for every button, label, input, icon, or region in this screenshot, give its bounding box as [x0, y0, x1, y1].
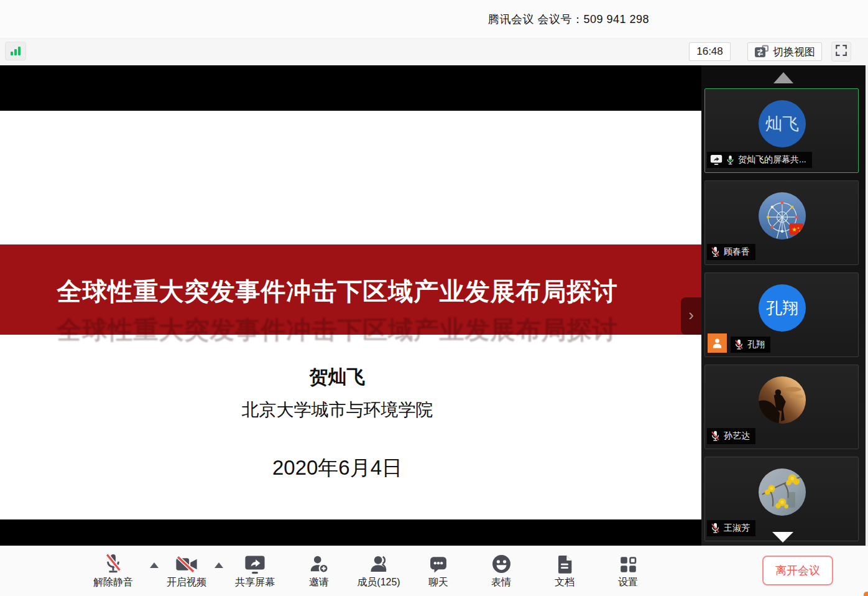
svg-text:★: ★ [799, 230, 801, 233]
unmute-button[interactable]: 解除静音 [83, 551, 143, 589]
participant-label: 顾春香 [707, 244, 755, 260]
settings-icon [598, 551, 658, 574]
chat-icon [409, 551, 468, 574]
slide-title-banner: 全球性重大突发事件冲击下区域产业发展布局探讨 全球性重大突发事件冲击下区域产业发… [0, 244, 701, 335]
avatar: 灿飞 [759, 100, 806, 147]
members-icon [349, 551, 409, 574]
window-title-bar: 腾讯会议 会议号：509 941 298 [0, 0, 868, 39]
mic-muted-icon [710, 523, 721, 534]
scroll-up-icon[interactable] [773, 72, 793, 83]
mic-muted-icon [83, 551, 143, 574]
switch-view-icon [754, 45, 769, 58]
slide-date: 2020年6月4日 [0, 454, 675, 482]
share-screen-button[interactable]: 共享屏幕 [225, 551, 285, 589]
screen-share-icon [710, 154, 723, 165]
network-signal-icon[interactable] [5, 42, 26, 60]
mic-muted-icon [710, 246, 721, 258]
participant-tile-guchunxiang[interactable]: ★ ★ ★ [704, 180, 859, 265]
share-screen-icon [225, 551, 285, 574]
meeting-id-title: 腾讯会议 会议号：509 941 298 [488, 12, 649, 27]
mic-on-icon [726, 155, 735, 165]
video-options-caret[interactable] [215, 562, 223, 568]
emoji-icon [471, 551, 531, 574]
document-icon [535, 551, 594, 574]
top-toolbar: 16:48 切换视图 [0, 39, 868, 65]
invite-icon [289, 551, 349, 574]
mic-muted-icon [710, 431, 721, 442]
window-edge [866, 65, 868, 546]
meeting-timer: 16:48 [689, 42, 731, 61]
slide-presenter: 贺灿飞 [0, 365, 675, 390]
chevron-right-icon: › [688, 307, 694, 325]
switch-view-label: 切换视图 [773, 45, 815, 59]
participant-label: 孔翔 [731, 337, 770, 353]
flag-badge: ★ ★ ★ [789, 223, 803, 235]
scroll-down-icon[interactable] [772, 532, 793, 542]
slide-title: 全球性重大突发事件冲击下区域产业发展布局探讨 [0, 274, 675, 309]
slide-title-reflection: 全球性重大突发事件冲击下区域产业发展布局探讨 [0, 313, 675, 347]
chat-button[interactable]: 聊天 [409, 551, 468, 589]
participant-tiles: 灿飞 [704, 88, 859, 549]
avatar-sunset-photo [759, 376, 806, 424]
collapse-sidebar-button[interactable]: › [681, 297, 701, 335]
svg-text:★: ★ [792, 226, 797, 233]
participant-tile-kongxiang[interactable]: 孔翔 [704, 272, 859, 357]
leave-meeting-button[interactable]: 离开会议 [762, 556, 833, 585]
emoji-button[interactable]: 表情 [471, 551, 531, 589]
participant-tile-wangshufang[interactable]: 王淑芳 [704, 457, 859, 541]
mic-muted-icon [734, 339, 744, 350]
hand-raised-badge [708, 333, 727, 353]
shared-screen-stage: 全球性重大突发事件冲击下区域产业发展布局探讨 全球性重大突发事件冲击下区域产业发… [0, 65, 701, 546]
corner-accent [864, 592, 868, 596]
avatar-ferris-wheel-photo: ★ ★ ★ [759, 192, 806, 240]
avatar: 孔翔 [759, 284, 806, 332]
document-button[interactable]: 文档 [535, 551, 594, 589]
settings-button[interactable]: 设置 [598, 551, 658, 589]
participant-label: 贺灿飞的屏幕共... [707, 152, 812, 168]
participant-label: 孙艺达 [707, 428, 755, 444]
bottom-toolbar: 解除静音 开启视频 共享屏幕 [0, 546, 868, 596]
participant-tile-sunyida[interactable]: 孙艺达 [704, 365, 859, 449]
slide-affiliation: 北京大学城市与环境学院 [0, 398, 675, 422]
fullscreen-button[interactable] [831, 42, 851, 62]
start-video-button[interactable]: 开启视频 [157, 551, 216, 589]
participant-label: 王淑芳 [707, 520, 755, 536]
members-button[interactable]: 成员(125) [349, 551, 409, 589]
participant-tile-hecanfei[interactable]: 灿飞 [704, 88, 859, 173]
avatar-flowers-photo [759, 468, 806, 516]
presentation-slide: 全球性重大突发事件冲击下区域产业发展布局探讨 全球性重大突发事件冲击下区域产业发… [0, 111, 701, 519]
tencent-meeting-window: 腾讯会议 会议号：509 941 298 16:48 切换视图 [0, 0, 868, 596]
camera-off-icon [157, 551, 216, 574]
switch-view-button[interactable]: 切换视图 [747, 42, 822, 61]
invite-button[interactable]: 邀请 [289, 551, 349, 589]
participants-sidebar: 灿飞 [701, 65, 868, 546]
fullscreen-icon [834, 44, 848, 60]
